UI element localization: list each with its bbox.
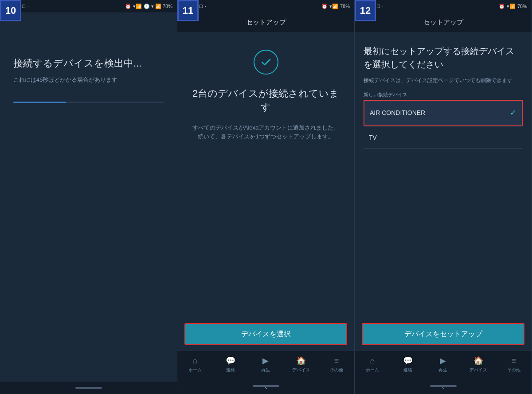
device-icon-11: 🏠 (296, 356, 306, 366)
app-header-12: セットアップ (355, 12, 532, 32)
nav-play-12[interactable]: ▶ 再生 (426, 356, 461, 373)
device-tv-name: TV (369, 134, 377, 141)
nav-home-11[interactable]: ⌂ ホーム (177, 356, 213, 373)
play-icon-12: ▶ (440, 356, 446, 366)
wifi-icon-12: ▾📶 (507, 4, 516, 9)
select-device-button[interactable]: デバイスを選択 (184, 323, 347, 345)
connected-screen: 2台のデバイスが接続されています すべてのデバイスがAlexaアカウントに追加さ… (177, 32, 354, 191)
status-indicators-right-11: ⏰ ▾📶 78% (321, 4, 350, 9)
step-badge-11: 11 (177, 0, 199, 21)
nav-play-11[interactable]: ▶ 再生 (248, 356, 284, 373)
back-bar-11: ‹ (177, 378, 354, 394)
checkmark-svg (260, 56, 272, 68)
dot-icon-11: · (205, 4, 206, 9)
bottom-nav-11: ⌂ ホーム 💬 連絡 ▶ 再生 🏠 デバイス ≡ その他 (177, 351, 354, 378)
step-badge-12: 12 (355, 0, 376, 21)
selection-desc: 接続デバイスは、デバイス設定ページでいつでも削除できます (364, 76, 523, 84)
nav-home-12[interactable]: ⌂ ホーム (355, 356, 390, 373)
status-bar-11: ⚙ ☐ ☐ ☐ · ⏰ ▾📶 78% (177, 0, 354, 12)
play-icon-11: ▶ (262, 356, 269, 366)
scan-screen: 接続するデバイスを検出中... これには45秒ほどかかる場合があります (0, 12, 177, 382)
contact-icon-11: 💬 (226, 356, 235, 366)
bottom-nav-12: ⌂ ホーム 💬 連絡 ▶ 再生 🏠 デバイス ≡ その他 (355, 351, 532, 378)
selection-screen: 最初にセットアップする接続デバイスを選択してください 接続デバイスは、デバイス設… (355, 32, 532, 182)
scan-title: 接続するデバイスを検出中... (13, 57, 164, 71)
screen-10-panel: ⚙ ☐ ☐ ☐ · ⏰ ▾📶 🕐 ▾ 📶 78% 10 接続するデバイスを検出中… (0, 0, 177, 394)
nav-device-12[interactable]: 🏠 デバイス (461, 356, 496, 373)
progress-bar (13, 102, 164, 103)
connected-desc: すべてのデバイスがAlexaアカウントに追加されました。続いて、各デバイスを1つ… (191, 123, 341, 142)
box-icon-11-3: ☐ (199, 4, 203, 9)
device-ac-name: AIR CONDITIONER (370, 109, 425, 116)
clock-icon: ⏰ (125, 4, 131, 9)
progress-fill (13, 102, 66, 103)
home-icon-12: ⌂ (370, 356, 375, 366)
wifi-icon-11: ▾📶 (329, 4, 338, 9)
device-item-ac[interactable]: AIR CONDITIONER ✓ (364, 100, 523, 126)
app-header-11: セットアップ (177, 12, 354, 32)
home-bar-12 (430, 385, 457, 387)
nav-contact-11[interactable]: 💬 連絡 (213, 356, 248, 373)
battery-text-12: 78% (517, 4, 527, 9)
box-icon-3: ☐ (22, 4, 26, 9)
selection-title: 最初にセットアップする接続デバイスを選択してください (364, 44, 523, 71)
scan-subtitle: これには45秒ほどかかる場合があります (13, 76, 164, 84)
battery-text-11: 78% (340, 4, 350, 9)
status-bar-12: ⚙ ☐ ☐ ☐ · ⏰ ▾📶 78% (355, 0, 532, 12)
header-title-11: セットアップ (246, 18, 286, 27)
nav-contact-12[interactable]: 💬 連絡 (390, 356, 426, 373)
clock-icon-12: ⏰ (499, 4, 505, 9)
header-title-12: セットアップ (423, 18, 463, 27)
dot-icon-12: · (382, 4, 383, 9)
status-bar-10: ⚙ ☐ ☐ ☐ · ⏰ ▾📶 🕐 ▾ 📶 78% (0, 0, 177, 12)
contact-icon-12: 💬 (403, 356, 413, 366)
home-bar-11 (253, 385, 279, 387)
screen-12-panel: ⚙ ☐ ☐ ☐ · ⏰ ▾📶 78% 12 セットアップ 最初にセットアップする… (355, 0, 532, 394)
back-bar-12: ‹ (355, 378, 532, 394)
status-indicators-right-12: ⏰ ▾📶 78% (499, 4, 527, 9)
section-label: 新しい接続デバイス (364, 91, 523, 98)
menu-icon-11: ≡ (334, 356, 339, 366)
battery-text: 🕐 ▾ 📶 78% (144, 4, 172, 9)
home-indicator-10 (0, 382, 177, 394)
home-bar-10 (75, 387, 102, 389)
wifi-icon: ▾📶 (133, 4, 142, 9)
nav-other-12[interactable]: ≡ その他 (496, 356, 532, 373)
clock-icon-11: ⏰ (321, 4, 328, 9)
nav-device-11[interactable]: 🏠 デバイス (283, 356, 319, 373)
dot-icon: · (27, 4, 29, 9)
device-icon-12: 🏠 (473, 356, 483, 366)
screen-11-panel: ⚙ ☐ ☐ ☐ · ⏰ ▾📶 78% 11 セットアップ 2台のデバイスが接続さ… (177, 0, 355, 394)
status-indicators-right: ⏰ ▾📶 🕐 ▾ 📶 78% (125, 4, 172, 9)
box-icon-12-3: ☐ (376, 4, 380, 9)
check-circle-icon (254, 50, 278, 75)
nav-other-11[interactable]: ≡ その他 (319, 356, 354, 373)
checkmark-ac: ✓ (510, 108, 516, 118)
home-icon-11: ⌂ (192, 356, 197, 366)
menu-icon-12: ≡ (512, 356, 516, 366)
connected-title: 2台のデバイスが接続されています (191, 87, 341, 114)
device-item-tv[interactable]: TV (364, 126, 523, 149)
step-badge-10: 10 (0, 0, 21, 21)
setup-device-button[interactable]: デバイスをセットアップ (362, 323, 524, 345)
